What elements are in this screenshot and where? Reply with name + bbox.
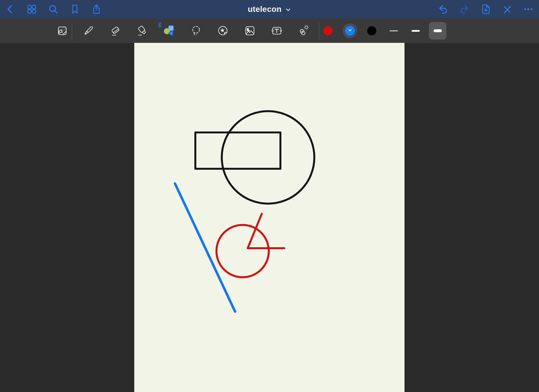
- back-icon: [5, 4, 16, 15]
- navbar: utelecon: [0, 0, 539, 18]
- page-drawings: [134, 43, 404, 392]
- text-tool-button[interactable]: [270, 24, 283, 37]
- color-swatch-black[interactable]: [367, 26, 376, 35]
- undo-icon: [437, 4, 449, 15]
- shapes-tool-button[interactable]: [163, 24, 175, 37]
- drawn-black-rectangle: [195, 132, 280, 169]
- color-swatch-blue[interactable]: [345, 26, 355, 36]
- thickness-thick-button[interactable]: [429, 22, 446, 39]
- drawn-black-circle: [222, 111, 314, 204]
- shapes-icon: [163, 24, 175, 37]
- stop-editing-icon: [501, 4, 513, 15]
- laser-pointer-tool-button[interactable]: [297, 24, 310, 37]
- share-icon: [91, 4, 102, 15]
- text-icon: [270, 24, 283, 37]
- elements-tool-button[interactable]: [217, 24, 229, 37]
- redo-icon: [459, 4, 470, 15]
- bluetooth-icon: [157, 21, 162, 29]
- add-page-button[interactable]: [480, 4, 491, 15]
- eraser-tool-button[interactable]: [109, 24, 122, 37]
- toolbar: [0, 18, 539, 43]
- notebook-page[interactable]: [134, 43, 404, 392]
- drawn-red-angle: [248, 214, 284, 248]
- share-button[interactable]: [91, 4, 102, 15]
- chevron-down-icon: [285, 5, 291, 13]
- pages-grid-icon: [26, 4, 37, 15]
- redo-button[interactable]: [459, 4, 470, 15]
- back-button[interactable]: [5, 4, 16, 15]
- laser-pointer-icon: [297, 24, 310, 37]
- image-icon: [244, 24, 256, 37]
- thin-stroke-sample: [390, 31, 398, 31]
- toolbar-divider-right: [319, 23, 319, 39]
- pen-icon: [82, 24, 95, 37]
- elements-icon: [217, 24, 229, 37]
- search-icon: [48, 4, 59, 15]
- lasso-icon: [190, 24, 202, 37]
- highlighter-icon: [136, 24, 149, 37]
- toolbar-divider-left: [72, 23, 72, 39]
- navbar-right-group: [437, 0, 534, 18]
- more-icon: [523, 4, 534, 15]
- document-title-dropdown[interactable]: utelecon: [248, 0, 291, 18]
- add-page-icon: [480, 4, 491, 15]
- chevron-down-icon: [347, 28, 353, 34]
- tools-row: [82, 24, 310, 37]
- search-button[interactable]: [48, 4, 59, 15]
- color-swatch-blue-selected-ring[interactable]: [343, 23, 357, 38]
- medium-stroke-sample: [412, 30, 420, 32]
- scroll-mode-icon: [56, 24, 69, 37]
- stop-editing-button[interactable]: [501, 4, 513, 15]
- scroll-mode-button[interactable]: [56, 24, 69, 37]
- lasso-tool-button[interactable]: [190, 24, 202, 37]
- app-window: utelecon: [0, 0, 539, 392]
- pages-grid-button[interactable]: [26, 4, 37, 15]
- highlighter-tool-button[interactable]: [136, 24, 149, 37]
- pen-tool-button[interactable]: [82, 24, 95, 37]
- more-button[interactable]: [523, 4, 534, 15]
- bookmark-button[interactable]: [69, 4, 80, 15]
- thickness-medium-button[interactable]: [407, 22, 424, 39]
- drawn-blue-line: [175, 184, 235, 312]
- drawn-red-circle: [216, 225, 269, 277]
- image-tool-button[interactable]: [244, 24, 256, 37]
- thickness-thin-button[interactable]: [385, 22, 403, 39]
- bookmark-icon: [69, 4, 80, 15]
- navbar-left-group: [5, 0, 102, 18]
- undo-button[interactable]: [437, 4, 449, 15]
- thick-stroke-sample: [434, 29, 442, 32]
- document-title: utelecon: [248, 5, 282, 14]
- eraser-icon: [109, 24, 122, 37]
- color-swatch-red[interactable]: [323, 26, 333, 35]
